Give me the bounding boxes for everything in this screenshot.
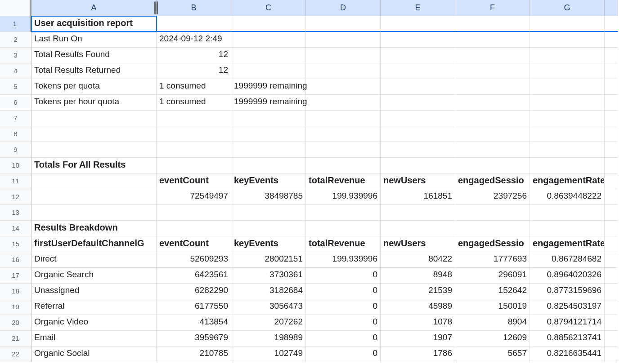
cell-C9[interactable]	[231, 142, 306, 158]
row-header-13[interactable]: 13	[0, 205, 31, 221]
cell-A12[interactable]	[31, 189, 157, 205]
cell-D14[interactable]	[306, 221, 381, 236]
cell-G19[interactable]: 0.8254503197	[530, 299, 605, 315]
cell-A20[interactable]: Organic Video	[31, 315, 157, 331]
cell-G14[interactable]	[530, 221, 605, 236]
cell-A14[interactable]: Results Breakdown	[31, 221, 157, 236]
cell-H10[interactable]	[605, 158, 618, 173]
column-header-g[interactable]: G	[530, 0, 605, 16]
cell-F1[interactable]	[455, 16, 530, 32]
cell-F10[interactable]	[455, 158, 530, 173]
cell-C4[interactable]	[231, 63, 306, 79]
cell-C15[interactable]: keyEvents	[231, 236, 306, 252]
row-header-10[interactable]: 10	[0, 158, 31, 173]
cell-E13[interactable]	[381, 205, 455, 221]
row-header-6[interactable]: 6	[0, 95, 31, 111]
cell-F18[interactable]: 152642	[455, 284, 530, 299]
cell-A7[interactable]	[31, 111, 157, 126]
row-header-18[interactable]: 18	[0, 284, 31, 299]
cell-E4[interactable]	[381, 63, 455, 79]
cell-F8[interactable]	[455, 126, 530, 142]
column-resize-handle[interactable]	[154, 1, 158, 14]
cell-H7[interactable]	[605, 111, 618, 126]
cell-H14[interactable]	[605, 221, 618, 236]
cell-B9[interactable]	[157, 142, 231, 158]
cell-A11[interactable]	[31, 173, 157, 189]
cell-C19[interactable]: 3056473	[231, 299, 306, 315]
cell-G10[interactable]	[530, 158, 605, 173]
cell-G2[interactable]	[530, 32, 605, 48]
cell-B1[interactable]	[157, 16, 231, 32]
cell-E6[interactable]	[381, 95, 455, 111]
cell-B4[interactable]: 12	[157, 63, 231, 79]
cell-F11[interactable]: engagedSessio	[455, 173, 530, 189]
cell-B17[interactable]: 6423561	[157, 268, 231, 284]
cell-A19[interactable]: Referral	[31, 299, 157, 315]
cell-E20[interactable]: 1078	[381, 315, 455, 331]
cell-E3[interactable]	[381, 48, 455, 63]
column-header-b[interactable]: B	[157, 0, 231, 16]
row-header-20[interactable]: 20	[0, 315, 31, 331]
cell-F15[interactable]: engagedSessio	[455, 236, 530, 252]
cell-G9[interactable]	[530, 142, 605, 158]
cell-E1[interactable]	[381, 16, 455, 32]
row-header-12[interactable]: 12	[0, 189, 31, 205]
cell-E19[interactable]: 45989	[381, 299, 455, 315]
row-header-2[interactable]: 2	[0, 32, 31, 48]
column-header-a[interactable]: A	[31, 0, 157, 16]
column-header-f[interactable]: F	[455, 0, 530, 16]
row-header-15[interactable]: 15	[0, 236, 31, 252]
cell-B13[interactable]	[157, 205, 231, 221]
cell-G21[interactable]: 0.8856213741	[530, 331, 605, 346]
cell-C14[interactable]	[231, 221, 306, 236]
cell-B5[interactable]: 1 consumed	[157, 79, 231, 95]
cell-F22[interactable]: 5657	[455, 346, 530, 362]
cell-F5[interactable]	[455, 79, 530, 95]
cell-F12[interactable]: 2397256	[455, 189, 530, 205]
cell-F2[interactable]	[455, 32, 530, 48]
cell-D9[interactable]	[306, 142, 381, 158]
cell-G17[interactable]: 0.8964020326	[530, 268, 605, 284]
cell-G8[interactable]	[530, 126, 605, 142]
cell-G1[interactable]	[530, 16, 605, 32]
cell-H15[interactable]	[605, 236, 618, 252]
cell-B22[interactable]: 210785	[157, 346, 231, 362]
cell-D8[interactable]	[306, 126, 381, 142]
cell-B20[interactable]: 413854	[157, 315, 231, 331]
cell-H13[interactable]	[605, 205, 618, 221]
cell-C5[interactable]: 1999999 remaining	[231, 79, 306, 95]
cell-H3[interactable]	[605, 48, 618, 63]
column-header-d[interactable]: D	[306, 0, 381, 16]
cell-G4[interactable]	[530, 63, 605, 79]
cell-D22[interactable]: 0	[306, 346, 381, 362]
row-header-7[interactable]: 7	[0, 111, 31, 126]
cell-F16[interactable]: 1777693	[455, 252, 530, 268]
row-header-19[interactable]: 19	[0, 299, 31, 315]
cell-D4[interactable]	[306, 63, 381, 79]
cell-B15[interactable]: eventCount	[157, 236, 231, 252]
cell-A5[interactable]: Tokens per quota	[31, 79, 157, 95]
cell-H19[interactable]	[605, 299, 618, 315]
cell-C16[interactable]: 28002151	[231, 252, 306, 268]
cell-H11[interactable]	[605, 173, 618, 189]
cell-G6[interactable]	[530, 95, 605, 111]
cell-E17[interactable]: 8948	[381, 268, 455, 284]
cell-H4[interactable]	[605, 63, 618, 79]
cell-D11[interactable]: totalRevenue	[306, 173, 381, 189]
cell-B18[interactable]: 6282290	[157, 284, 231, 299]
cell-E7[interactable]	[381, 111, 455, 126]
cell-E9[interactable]	[381, 142, 455, 158]
cell-E12[interactable]: 161851	[381, 189, 455, 205]
cell-D19[interactable]: 0	[306, 299, 381, 315]
cell-C2[interactable]	[231, 32, 306, 48]
cell-E22[interactable]: 1786	[381, 346, 455, 362]
cell-B2[interactable]: 2024-09-12 2:49	[157, 32, 231, 48]
cell-G7[interactable]	[530, 111, 605, 126]
cell-G12[interactable]: 0.8639448222	[530, 189, 605, 205]
cell-H20[interactable]	[605, 315, 618, 331]
cell-F13[interactable]	[455, 205, 530, 221]
cell-H22[interactable]	[605, 346, 618, 362]
row-header-17[interactable]: 17	[0, 268, 31, 284]
row-header-3[interactable]: 3	[0, 48, 31, 63]
cell-D17[interactable]: 0	[306, 268, 381, 284]
